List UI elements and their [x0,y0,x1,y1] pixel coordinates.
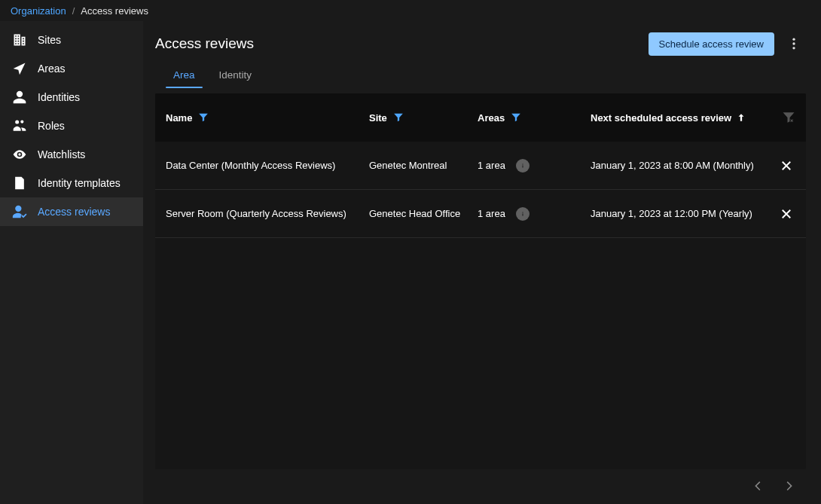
info-icon[interactable] [516,159,530,173]
next-page-button[interactable] [779,475,800,496]
more-options-button[interactable] [782,32,806,56]
cell-site: Genetec Head Office [369,208,460,219]
column-header-areas[interactable]: Areas [478,112,505,124]
breadcrumb: Organization / Access reviews [0,0,821,21]
chevron-left-icon [751,479,765,493]
sidebar-item-label: Identity templates [38,177,121,189]
building-icon [12,32,27,47]
person-check-icon [12,204,27,219]
clear-filters-icon[interactable] [782,111,795,124]
eye-icon [12,147,27,162]
cell-next-review: January 1, 2023 at 12:00 PM (Yearly) [591,208,752,219]
info-icon[interactable] [516,207,530,221]
sidebar-item-label: Areas [38,63,66,75]
sidebar-item-watchlists[interactable]: Watchlists [0,140,143,169]
access-reviews-table: Name Site Areas Next scheduled access re… [155,93,806,469]
breadcrumb-current: Access reviews [81,5,148,17]
sidebar-item-label: Sites [38,34,61,46]
sidebar-item-identity-templates[interactable]: Identity templates [0,169,143,197]
table-header-row: Name Site Areas Next scheduled access re… [155,93,806,142]
column-header-next-review[interactable]: Next scheduled access review [591,112,731,124]
sidebar: Sites Areas Identities Roles Watchlists … [0,21,143,504]
filter-icon[interactable] [393,112,404,123]
tab-identity[interactable]: Identity [218,63,254,88]
filter-icon[interactable] [511,112,521,123]
cell-next-review: January 1, 2023 at 8:00 AM (Monthly) [591,160,754,171]
page-header: Access reviews Schedule access review [155,32,806,56]
breadcrumb-separator: / [72,5,75,17]
sidebar-item-roles[interactable]: Roles [0,111,143,140]
more-vertical-icon [786,36,801,51]
column-header-name[interactable]: Name [166,112,192,124]
tabs: Area Identity [155,63,806,89]
delete-row-button[interactable] [777,157,795,175]
schedule-access-review-button[interactable]: Schedule access review [649,32,774,56]
document-icon [12,176,27,191]
sidebar-item-label: Identities [38,91,80,103]
table-row[interactable]: Server Room (Quarterly Access Reviews) G… [155,190,806,238]
sidebar-item-sites[interactable]: Sites [0,26,143,54]
people-icon [12,118,27,133]
sidebar-item-access-reviews[interactable]: Access reviews [0,197,143,226]
delete-row-button[interactable] [777,205,795,223]
filter-icon[interactable] [198,112,209,123]
navigation-icon [12,61,27,76]
breadcrumb-organization[interactable]: Organization [11,5,66,17]
sort-ascending-icon[interactable] [736,112,746,123]
prev-page-button[interactable] [747,475,768,496]
main-content: Access reviews Schedule access review Ar… [143,21,821,504]
cell-areas: 1 area [478,208,505,219]
sidebar-item-label: Roles [38,120,65,132]
table-row[interactable]: Data Center (Monthly Access Reviews) Gen… [155,142,806,190]
pagination [155,469,806,496]
cell-areas: 1 area [478,160,505,171]
tab-area[interactable]: Area [172,63,197,88]
chevron-right-icon [783,479,796,493]
sidebar-item-label: Watchlists [38,148,85,160]
column-header-site[interactable]: Site [369,112,387,124]
cell-name: Server Room (Quarterly Access Reviews) [166,208,346,219]
cell-site: Genetec Montreal [369,160,447,171]
table-body: Data Center (Monthly Access Reviews) Gen… [155,142,806,469]
page-title: Access reviews [155,35,254,52]
cell-name: Data Center (Monthly Access Reviews) [166,160,335,171]
sidebar-item-areas[interactable]: Areas [0,54,143,83]
sidebar-item-identities[interactable]: Identities [0,83,143,111]
sidebar-item-label: Access reviews [38,206,110,218]
person-icon [12,90,27,105]
